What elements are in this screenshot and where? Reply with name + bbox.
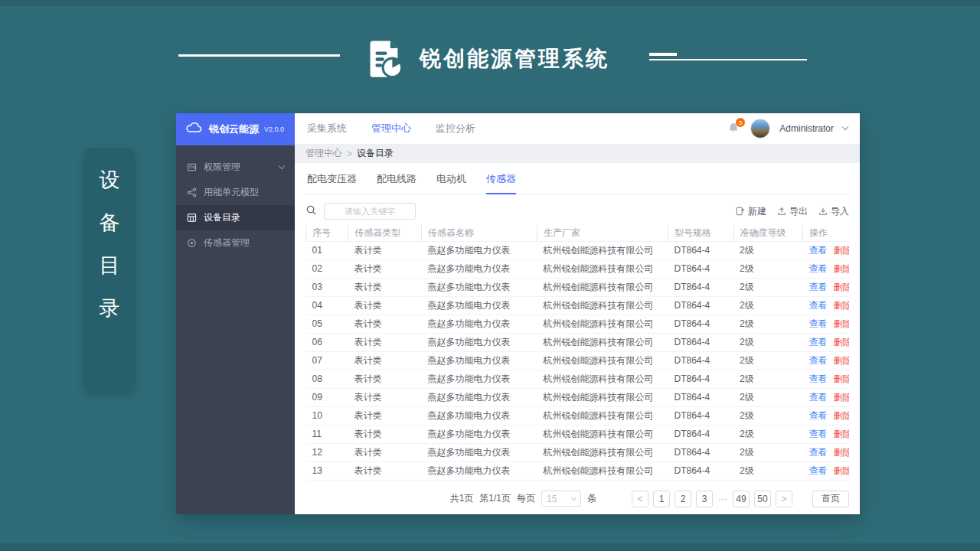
table-row: 10表计类燕赵多功能电力仪表杭州锐创能源科技有限公司DT864-42级查看删除 [306,406,850,425]
view-link[interactable]: 查看 [809,373,828,384]
nav-collection-system[interactable]: 采集系统 [307,122,347,135]
cell-manufacturer: 杭州锐创能源科技有限公司 [537,278,668,296]
search-input[interactable] [324,203,416,220]
delete-link[interactable]: 删除 [834,263,849,274]
page-button-2[interactable]: 2 [675,491,691,507]
delete-link[interactable]: 删除 [834,447,849,458]
cell-no: 05 [306,315,348,333]
tab-power-line[interactable]: 配电线路 [377,172,416,194]
sidebar-item-energy-unit-model[interactable]: 用能单元模型 [176,180,295,205]
cell-name: 燕赵多功能电力仪表 [421,296,537,315]
cell-accuracy: 2级 [733,461,803,480]
cell-no: 11 [306,425,348,443]
first-page-button[interactable]: 首页 [812,491,849,507]
cell-manufacturer: 杭州锐创能源科技有限公司 [537,241,668,259]
cell-manufacturer: 杭州锐创能源科技有限公司 [537,333,668,351]
view-link[interactable]: 查看 [809,447,828,458]
cell-no: 06 [306,333,348,351]
view-link[interactable]: 查看 [809,300,828,311]
prev-page-button[interactable]: < [632,491,648,507]
per-page-caret-icon [571,495,577,500]
notification-bell-icon[interactable]: 5 [727,121,741,136]
cell-actions: 查看删除 [803,315,849,333]
cell-actions: 查看删除 [803,278,849,296]
cell-accuracy: 2级 [733,241,803,259]
header-left-line [178,54,340,57]
topbar: 采集系统 管理中心 监控分析 5 Administrator [295,113,860,144]
page-button-3[interactable]: 3 [696,491,713,507]
sidebar-item-label: 用能单元模型 [204,186,259,199]
export-button[interactable]: 导出 [777,205,808,218]
user-dropdown-chevron-icon[interactable] [842,124,848,130]
sensor-icon [187,238,197,248]
sidebar-item-device-catalog[interactable]: 设备目录 [176,205,295,230]
cell-model: DT864-4 [668,461,733,480]
cell-name: 燕赵多功能电力仪表 [421,315,537,333]
import-button[interactable]: 导入 [818,205,849,218]
page-button-1[interactable]: 1 [653,491,670,507]
delete-link[interactable]: 删除 [834,392,849,403]
cell-actions: 查看删除 [803,351,849,370]
avatar[interactable] [750,119,770,139]
view-link[interactable]: 查看 [809,263,828,274]
breadcrumb-current: 设备目录 [357,147,394,160]
delete-link[interactable]: 删除 [834,245,849,256]
sidebar-item-label: 权限管理 [204,161,240,174]
tab-sensor[interactable]: 传感器 [486,172,516,194]
delete-link[interactable]: 删除 [834,282,849,292]
sidebar-item-permission-management[interactable]: 权限管理 [176,155,295,180]
next-page-button[interactable]: > [776,491,792,507]
view-link[interactable]: 查看 [809,392,828,403]
sidebar-item-sensor-management[interactable]: 传感器管理 [176,230,295,256]
delete-link[interactable]: 删除 [834,300,849,311]
per-page-select[interactable]: 15 [541,491,581,507]
view-link[interactable]: 查看 [809,465,828,476]
cell-actions: 查看删除 [803,443,849,461]
top-decoration-strip [0,0,980,6]
page-ellipsis: ··· [717,494,728,504]
nav-management-center[interactable]: 管理中心 [371,122,411,135]
breadcrumb-parent[interactable]: 管理中心 [305,147,342,160]
table-row: 07表计类燕赵多功能电力仪表杭州锐创能源科技有限公司DT864-42级查看删除 [306,351,850,370]
sensor-table: 序号 传感器类型 传感器名称 生产厂家 型号规格 准确度等级 操作 01表计类燕… [305,225,849,481]
table-row: 01表计类燕赵多功能电力仪表杭州锐创能源科技有限公司DT864-42级查看删除 [306,241,850,259]
view-link[interactable]: 查看 [809,245,828,256]
cell-model: DT864-4 [668,370,733,388]
delete-link[interactable]: 删除 [834,337,849,347]
sidebar-logo: 锐创云能源 V2.0.0 [176,113,295,145]
header-right-line-top [649,53,677,56]
cell-no: 03 [306,278,348,296]
view-link[interactable]: 查看 [809,355,828,366]
sidebar-logo-version: V2.0.0 [264,126,284,133]
nav-monitoring-analysis[interactable]: 监控分析 [436,122,475,135]
tab-transformer[interactable]: 配电变压器 [307,172,357,194]
delete-link[interactable]: 删除 [834,410,849,421]
table-row: 11表计类燕赵多功能电力仪表杭州锐创能源科技有限公司DT864-42级查看删除 [306,425,850,443]
delete-link[interactable]: 删除 [834,318,849,329]
content-area: 配电变压器 配电线路 电动机 传感器 [295,163,860,514]
breadcrumb-separator: > [347,148,352,159]
cell-model: DT864-4 [668,351,733,370]
new-button[interactable]: 新建 [736,205,766,218]
view-link[interactable]: 查看 [809,282,828,292]
toolbar-actions: 新建 导出 [736,205,849,218]
cell-manufacturer: 杭州锐创能源科技有限公司 [537,259,668,278]
pagination-total-pages: 共1页 [450,492,474,505]
cell-type: 表计类 [348,278,422,296]
cell-actions: 查看删除 [803,296,849,315]
view-link[interactable]: 查看 [809,429,828,439]
page-button-49[interactable]: 49 [733,491,750,507]
view-link[interactable]: 查看 [809,318,828,329]
topbar-right: 5 Administrator [727,119,848,139]
delete-link[interactable]: 删除 [834,465,849,476]
delete-link[interactable]: 删除 [834,355,849,366]
view-link[interactable]: 查看 [809,410,828,421]
page-button-50[interactable]: 50 [754,491,771,507]
tab-motor[interactable]: 电动机 [436,172,466,194]
view-link[interactable]: 查看 [809,337,828,347]
bottom-decoration-strip [0,543,980,551]
delete-link[interactable]: 删除 [834,373,849,384]
cell-name: 燕赵多功能电力仪表 [421,370,537,388]
cell-model: DT864-4 [668,296,733,315]
delete-link[interactable]: 删除 [834,429,849,439]
